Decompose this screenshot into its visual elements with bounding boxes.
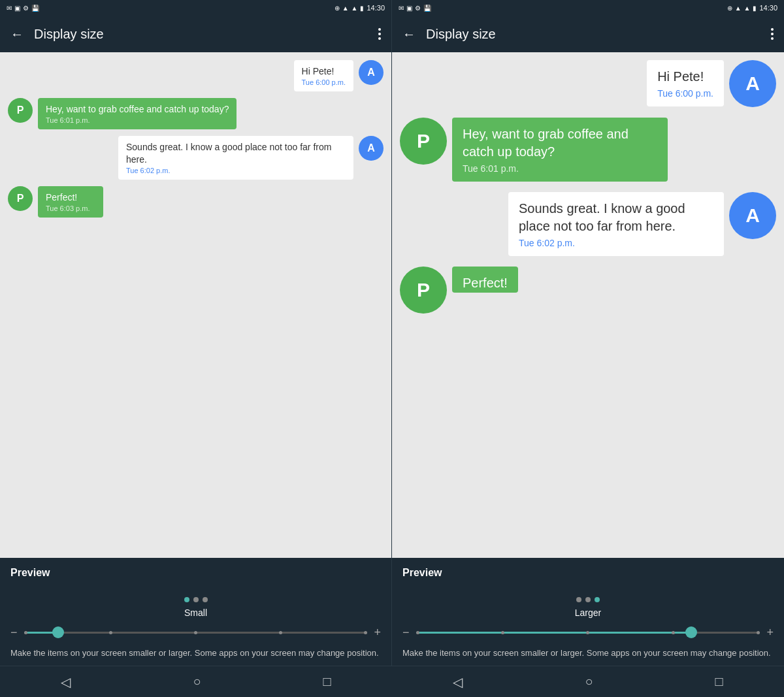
- status-bar-left: ✉ ▣ ⚙ 💾 ⊕ ▲ ▲ ▮ 14:30: [0, 0, 392, 16]
- left-slider-thumb[interactable]: [52, 626, 64, 638]
- right-bubble-time-2: Tue 6:01 p.m.: [463, 163, 657, 174]
- right-dot-2: [585, 597, 591, 602]
- right-size-label: Larger: [402, 608, 774, 618]
- left-track-dot-3: [194, 631, 197, 634]
- right-slider-plus[interactable]: +: [766, 626, 774, 640]
- right-bottom-controls: Larger − + Make the items on your scr: [392, 588, 784, 666]
- status-icon-settings-left: ⚙: [23, 5, 29, 12]
- right-size-dots: [402, 597, 774, 602]
- left-slider-track[interactable]: [24, 632, 368, 634]
- nav-recents-icon-right[interactable]: □: [715, 674, 723, 689]
- left-more-button[interactable]: [378, 28, 381, 40]
- nav-recents-icon-left[interactable]: □: [323, 674, 331, 689]
- left-bubble-time-2: Tue 6:01 p.m.: [46, 116, 229, 124]
- left-bubble-text-3: Sounds great. I know a good place not to…: [126, 141, 346, 165]
- right-preview-label: Preview: [392, 558, 784, 588]
- left-avatar-1: A: [359, 60, 384, 85]
- left-message-4: P Perfect! Tue 6:03 p.m.: [8, 186, 384, 218]
- left-messages: A Hi Pete! Tue 6:00 p.m. P Hey, want to …: [8, 60, 384, 218]
- left-avatar-3: A: [359, 136, 384, 161]
- left-preview-area: A Hi Pete! Tue 6:00 p.m. P Hey, want to …: [0, 52, 391, 558]
- status-icon-battery-right: ▮: [753, 5, 757, 12]
- left-back-button[interactable]: ←: [10, 27, 24, 42]
- nav-bar-right: ◁ ○ □: [392, 666, 784, 697]
- right-bubble-2: Hey, want to grab coffee and catch up to…: [452, 118, 668, 182]
- left-bubble-time-1: Tue 6:00 p.m.: [302, 78, 346, 86]
- left-size-dots: [10, 597, 381, 602]
- right-track-dot-5: [757, 631, 760, 634]
- nav-bar-left: ◁ ○ □: [0, 666, 392, 697]
- left-bubble-4: Perfect! Tue 6:03 p.m.: [38, 186, 103, 218]
- status-bar-right: ✉ ▣ ⚙ 💾 ⊕ ▲ ▲ ▮ 14:30: [392, 0, 784, 16]
- left-bubble-time-3: Tue 6:02 p.m.: [126, 167, 346, 174]
- left-avatar-2: P: [8, 98, 33, 123]
- nav-bar: ◁ ○ □ ◁ ○ □: [0, 666, 784, 697]
- left-bubble-2: Hey, want to grab coffee and catch up to…: [38, 98, 237, 129]
- status-icon-mail-right: ✉: [399, 5, 404, 12]
- nav-back-icon-left[interactable]: ◁: [61, 674, 71, 690]
- status-icon-photo-right: ▣: [406, 5, 412, 12]
- right-message-3: A Sounds great. I know a good place not …: [400, 192, 776, 256]
- left-bubble-3: Sounds great. I know a good place not to…: [118, 136, 353, 179]
- status-icon-screen-left: ⊕: [335, 5, 340, 12]
- left-bubble-text-2: Hey, want to grab coffee and catch up to…: [46, 103, 229, 115]
- right-slider-track[interactable]: [416, 632, 760, 634]
- left-app-bar: ← Display size: [0, 16, 391, 52]
- right-bubble-4: Perfect!: [452, 267, 518, 293]
- left-bottom-controls: Small − + Make the items o: [0, 588, 391, 666]
- right-messages: A Hi Pete! Tue 6:00 p.m. P Hey, want to …: [400, 60, 776, 314]
- status-icon-photo-left: ▣: [14, 5, 20, 12]
- status-icon-save-left: 💾: [31, 5, 39, 12]
- left-bubble-text-1: Hi Pete!: [302, 65, 346, 77]
- left-message-2: P Hey, want to grab coffee and catch up …: [8, 98, 384, 129]
- left-slider-plus[interactable]: +: [374, 626, 381, 640]
- right-avatar-1: A: [729, 60, 776, 107]
- right-bubble-1: Hi Pete! Tue 6:00 p.m.: [647, 60, 724, 106]
- status-icon-wifi-left: ▲: [342, 5, 349, 12]
- right-message-2: P Hey, want to grab coffee and catch up …: [400, 118, 776, 182]
- left-dot-1: [184, 597, 189, 602]
- left-track-dots: [24, 631, 368, 634]
- right-bubble-time-1: Tue 6:00 p.m.: [657, 88, 713, 99]
- right-slider-minus[interactable]: −: [402, 626, 410, 640]
- right-avatar-4: P: [400, 267, 447, 314]
- left-slider-minus[interactable]: −: [10, 626, 18, 640]
- status-icon-battery-left: ▮: [360, 5, 364, 12]
- left-dot-2: [193, 597, 199, 602]
- nav-home-icon-left[interactable]: ○: [193, 674, 201, 689]
- right-avatar-2: P: [400, 118, 447, 165]
- right-more-button[interactable]: [771, 28, 774, 40]
- nav-home-icon-right[interactable]: ○: [585, 674, 593, 689]
- left-track-dot-4: [279, 631, 282, 634]
- main-area: ← Display size A Hi Pete! Tue 6:00 p.m.: [0, 16, 784, 666]
- status-icon-save-right: 💾: [423, 5, 431, 12]
- right-dot-3: [595, 597, 600, 602]
- right-slider-row[interactable]: − +: [402, 623, 774, 642]
- status-time-left: 14:30: [367, 4, 385, 12]
- status-icon-settings-right: ⚙: [415, 5, 421, 12]
- nav-back-icon-right[interactable]: ◁: [453, 674, 463, 690]
- left-avatar-4: P: [8, 186, 33, 211]
- right-bubble-text-3: Sounds great. I know a good place not to…: [519, 200, 713, 235]
- right-panel: ← Display size A Hi Pete! Tue 6:00 p.m.: [392, 16, 784, 666]
- right-preview-area: A Hi Pete! Tue 6:00 p.m. P Hey, want to …: [392, 52, 784, 558]
- right-message-1: A Hi Pete! Tue 6:00 p.m.: [400, 60, 776, 107]
- right-slider-fill: [416, 632, 692, 634]
- right-app-bar: ← Display size: [392, 16, 784, 52]
- right-slider-thumb[interactable]: [685, 626, 697, 638]
- right-message-4: P Perfect!: [400, 267, 776, 314]
- left-bubble-1: Hi Pete! Tue 6:00 p.m.: [294, 60, 353, 91]
- status-icon-mail-left: ✉: [7, 5, 12, 12]
- left-dot-3: [203, 597, 208, 602]
- left-panel: ← Display size A Hi Pete! Tue 6:00 p.m.: [0, 16, 392, 666]
- right-back-button[interactable]: ←: [402, 27, 416, 42]
- left-slider-row[interactable]: − +: [10, 623, 381, 642]
- left-app-bar-title: Display size: [34, 27, 368, 42]
- right-description: Make the items on your screen smaller or…: [402, 647, 774, 659]
- status-icon-wifi-right: ▲: [735, 5, 742, 12]
- status-icon-signal-left: ▲: [351, 5, 358, 12]
- status-icon-signal-right: ▲: [744, 5, 751, 12]
- left-message-3: A Sounds great. I know a good place not …: [8, 136, 384, 179]
- left-preview-label: Preview: [0, 558, 391, 588]
- right-bubble-text-4: Perfect!: [463, 274, 508, 292]
